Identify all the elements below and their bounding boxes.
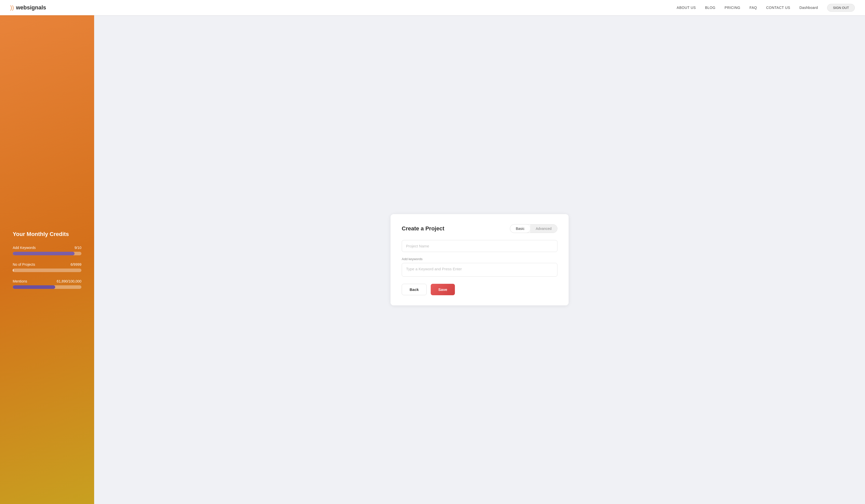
credit-value-keywords: 9/10 xyxy=(74,246,81,250)
credit-value-projects: 6/9999 xyxy=(70,262,81,267)
tab-group: Basic Advanced xyxy=(510,224,557,233)
logo-icon: )) xyxy=(10,5,14,10)
progress-fill-projects xyxy=(13,269,13,272)
credit-label-projects: No of Projects xyxy=(13,262,35,267)
nav-blog[interactable]: BLOG xyxy=(705,5,715,10)
card-header: Create a Project Basic Advanced xyxy=(402,224,557,233)
credit-item-projects: No of Projects 6/9999 xyxy=(13,262,81,272)
sidebar: Your Monthly Credits Add Keywords 9/10 N… xyxy=(0,15,94,504)
progress-track-keywords xyxy=(13,252,81,255)
nav-contact-us[interactable]: CONTACT US xyxy=(766,5,790,10)
back-button[interactable]: Back xyxy=(402,284,427,295)
sign-out-button[interactable]: SIGN OUT xyxy=(827,4,855,12)
add-keywords-label: Add keywords xyxy=(402,257,557,261)
save-button[interactable]: Save xyxy=(431,284,455,295)
nav-pricing[interactable]: PRICING xyxy=(725,5,740,10)
main-nav: ABOUT US BLOG PRICING FAQ CONTACT US Das… xyxy=(677,4,855,12)
credit-item-mentions: Mentions 61,890/100,000 xyxy=(13,279,81,289)
progress-track-projects xyxy=(13,269,81,272)
credit-item-keywords: Add Keywords 9/10 xyxy=(13,246,81,255)
credits-title: Your Monthly Credits xyxy=(13,231,81,237)
tab-basic[interactable]: Basic xyxy=(510,224,530,233)
credit-value-mentions: 61,890/100,000 xyxy=(57,279,81,283)
project-name-input[interactable] xyxy=(402,240,557,252)
keyword-input[interactable] xyxy=(406,267,553,271)
progress-fill-mentions xyxy=(13,285,55,289)
progress-fill-keywords xyxy=(13,252,74,255)
keywords-group: Add keywords xyxy=(402,257,557,277)
create-project-card: Create a Project Basic Advanced Add keyw… xyxy=(391,214,569,305)
project-name-group xyxy=(402,240,557,252)
main-content: Create a Project Basic Advanced Add keyw… xyxy=(94,15,865,504)
logo-text: websignals xyxy=(16,4,46,11)
nav-about-us[interactable]: ABOUT US xyxy=(677,5,696,10)
nav-faq[interactable]: FAQ xyxy=(750,5,757,10)
page-layout: Your Monthly Credits Add Keywords 9/10 N… xyxy=(0,0,865,504)
form-actions: Back Save xyxy=(402,284,557,295)
card-title: Create a Project xyxy=(402,225,445,232)
credits-section: Your Monthly Credits Add Keywords 9/10 N… xyxy=(13,231,81,296)
progress-track-mentions xyxy=(13,285,81,289)
keywords-input-area[interactable] xyxy=(402,263,557,277)
credit-label-keywords: Add Keywords xyxy=(13,246,36,250)
tab-advanced[interactable]: Advanced xyxy=(530,224,557,233)
credit-label-mentions: Mentions xyxy=(13,279,27,283)
nav-dashboard[interactable]: Dashboard xyxy=(799,5,818,10)
logo: )) websignals xyxy=(10,4,46,11)
site-header: )) websignals ABOUT US BLOG PRICING FAQ … xyxy=(0,0,865,15)
